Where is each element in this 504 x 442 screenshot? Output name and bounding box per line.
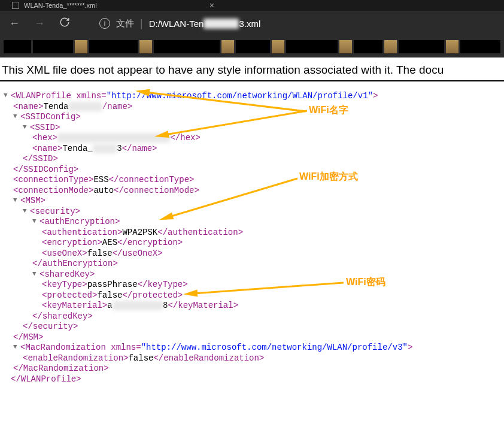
- xml-element-encryption[interactable]: <encryption>AES</encryption>: [1, 238, 504, 249]
- tab-title: WLAN-Tenda_*******.xml: [24, 2, 97, 9]
- bookmark-item[interactable]: [33, 40, 73, 53]
- bookmark-bar: [0, 36, 504, 57]
- xml-element-msm[interactable]: ▼<MSM>: [1, 196, 504, 207]
- xml-element-macrandomization-close[interactable]: </MacRandomization>: [1, 364, 504, 374]
- xml-element-protected[interactable]: <protected>false</protected>: [1, 290, 504, 301]
- xml-element-msm-close[interactable]: </MSM>: [1, 332, 504, 343]
- collapse-toggle-icon[interactable]: ▼: [13, 343, 20, 352]
- xml-element-name[interactable]: <name>Tendax/name>: [1, 102, 504, 113]
- back-button[interactable]: ←: [6, 17, 23, 30]
- xml-element-authentication[interactable]: <authentication>WPA2PSK</authentication>: [1, 228, 504, 238]
- url-divider: |: [140, 17, 143, 30]
- xml-element-useonex[interactable]: <useOneX>false</useOneX>: [1, 249, 504, 259]
- collapse-toggle-icon[interactable]: ▼: [32, 270, 40, 278]
- annotation-wifi-password: WiFi密码: [346, 276, 385, 289]
- file-icon: [12, 2, 19, 9]
- xml-tree: ▼<WLANProfile xmlns="http://www.microsof…: [0, 91, 504, 385]
- xml-element-keytype[interactable]: <keyType>passPhrase</keyType>: [1, 280, 504, 290]
- collapse-toggle-icon[interactable]: ▼: [4, 92, 11, 100]
- collapse-toggle-icon[interactable]: ▼: [23, 207, 30, 216]
- xml-element-ssid-close[interactable]: </SSID>: [1, 154, 504, 165]
- collapse-toggle-icon[interactable]: ▼: [13, 113, 20, 121]
- collapse-toggle-icon[interactable]: ▼: [13, 196, 20, 205]
- nav-bar: ← → i 文件 | D:/WLAN-Tenxx3.xml: [0, 11, 504, 36]
- xml-element-enablerandomization[interactable]: <enableRandomization>false</enableRandom…: [1, 353, 504, 364]
- bookmark-item[interactable]: [460, 40, 500, 53]
- xml-element-keymaterial[interactable]: <keyMaterial>ax8</keyMaterial>: [1, 301, 504, 311]
- xml-element-authencryption[interactable]: ▼<authEncryption>: [1, 217, 504, 228]
- url-scheme-label: 文件: [116, 18, 134, 29]
- bookmark-item[interactable]: [446, 40, 459, 53]
- bookmark-item[interactable]: [339, 40, 352, 53]
- forward-button[interactable]: →: [31, 17, 48, 30]
- bookmark-item[interactable]: [75, 40, 87, 53]
- xml-element-ssidconfig[interactable]: ▼<SSIDConfig>: [1, 112, 504, 123]
- collapse-toggle-icon[interactable]: ▼: [32, 217, 40, 226]
- xml-element-connectionmode[interactable]: <connectionMode>auto</connectionMode>: [1, 186, 504, 196]
- browser-tab[interactable]: WLAN-Tenda_*******.xml ×: [6, 0, 220, 11]
- tab-close-button[interactable]: ×: [210, 1, 214, 10]
- xml-element-sharedkey-close[interactable]: </sharedKey>: [1, 311, 504, 322]
- address-bar[interactable]: i 文件 | D:/WLAN-Tenxx3.xml: [99, 17, 260, 30]
- annotation-wifi-encryption: WiFi加密方式: [299, 171, 358, 183]
- xml-element-wlanprofile-close[interactable]: </WLANProfile>: [1, 374, 504, 385]
- bookmark-item[interactable]: [139, 40, 152, 53]
- no-style-message: This XML file does not appear to have an…: [0, 63, 504, 80]
- xml-element-ssid-name[interactable]: <name>Tenda_x3</name>: [1, 144, 504, 155]
- xml-element-ssidconfig-close[interactable]: </SSIDConfig>: [1, 165, 504, 175]
- xml-element-macrandomization[interactable]: ▼<MacRandomization xmlns="http://www.mic…: [1, 343, 504, 353]
- bookmark-item[interactable]: [286, 40, 338, 53]
- bookmark-item[interactable]: [154, 40, 220, 53]
- xml-element-authencryption-close[interactable]: </authEncryption>: [1, 259, 504, 270]
- bookmark-item[interactable]: [4, 40, 31, 53]
- xml-element-wlanprofile[interactable]: ▼<WLANProfile xmlns="http://www.microsof…: [1, 91, 504, 102]
- bookmark-item[interactable]: [89, 40, 138, 53]
- xml-element-sharedkey[interactable]: ▼<sharedKey>: [1, 270, 504, 280]
- bookmark-item[interactable]: [221, 40, 234, 53]
- refresh-button[interactable]: [56, 17, 73, 31]
- bookmark-item[interactable]: [384, 40, 397, 53]
- url-path: D:/WLAN-Tenxx3.xml: [149, 19, 261, 29]
- xml-element-ssid[interactable]: ▼<SSID>: [1, 123, 504, 134]
- xml-element-security-close[interactable]: </security>: [1, 322, 504, 332]
- bookmark-item[interactable]: [354, 40, 382, 53]
- xml-element-connectiontype[interactable]: <connectionType>ESS</connectionType>: [1, 175, 504, 186]
- browser-chrome: WLAN-Tenda_*******.xml × ← → i 文件 | D:/W…: [0, 0, 504, 57]
- xml-element-hex[interactable]: <hex>x</hex>: [1, 133, 504, 144]
- annotation-wifi-name: WiFi名字: [309, 104, 348, 117]
- bookmark-item[interactable]: [272, 40, 284, 53]
- tab-bar: WLAN-Tenda_*******.xml ×: [0, 0, 504, 11]
- xml-element-security[interactable]: ▼<security>: [1, 207, 504, 217]
- bookmark-item[interactable]: [236, 40, 270, 53]
- page-content: This XML file does not appear to have an…: [0, 57, 504, 385]
- collapse-toggle-icon[interactable]: ▼: [23, 123, 30, 132]
- separator: [0, 80, 504, 81]
- info-icon[interactable]: i: [99, 18, 110, 29]
- bookmark-item[interactable]: [399, 40, 444, 53]
